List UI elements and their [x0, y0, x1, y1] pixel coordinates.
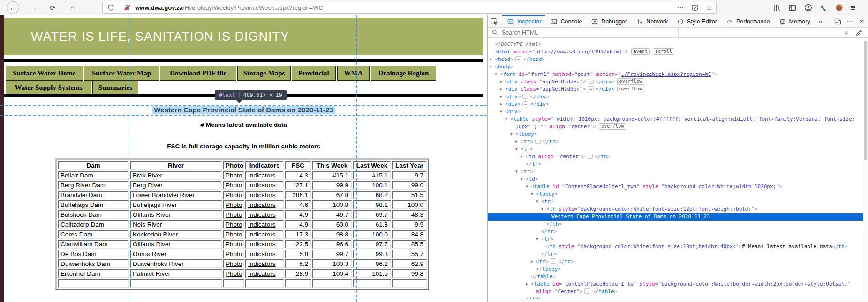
overflow-badge[interactable]: overflow — [617, 78, 644, 85]
markup-line[interactable]: </tr> — [488, 250, 863, 258]
overflow-badge[interactable]: overflow — [617, 86, 644, 92]
scrollbar-thumb[interactable] — [864, 41, 867, 160]
responsive-design-icon[interactable] — [831, 18, 844, 25]
markup-line[interactable]: ▶<head>…</head> — [488, 56, 863, 63]
markup-line[interactable]: ▼<td> — [488, 176, 863, 183]
collapsed-ellipsis-icon[interactable]: … — [588, 86, 594, 91]
photo-link[interactable]: Photo — [226, 250, 242, 258]
markup-line[interactable]: ▶<tr>…</tr> — [488, 138, 863, 146]
indicators-link[interactable]: Indicators — [248, 211, 276, 218]
twisty-icon[interactable]: ▶ — [490, 56, 495, 63]
photo-link[interactable]: Photo — [226, 221, 242, 228]
photo-link[interactable]: Photo — [223, 259, 244, 268]
markup-line[interactable]: ▶<div class="aspNetHidden">…</div>overfl… — [488, 78, 863, 86]
twisty-icon[interactable]: ▶ — [521, 153, 526, 161]
markup-line[interactable]: </th> — [488, 221, 863, 228]
indicators-link[interactable]: Indicators — [248, 260, 276, 267]
nav-water-supply-systems[interactable]: Water Supply Systems — [6, 81, 91, 95]
markup-line[interactable]: <!DOCTYPE html> — [488, 41, 863, 48]
scroll-badge[interactable]: scroll — [653, 48, 674, 55]
pocket-icon[interactable] — [691, 4, 699, 12]
indicators-link[interactable]: Indicators — [248, 192, 276, 199]
close-icon[interactable]: ✕ — [856, 18, 868, 25]
twisty-icon[interactable]: ▼ — [541, 206, 546, 213]
twisty-icon[interactable]: ▼ — [531, 191, 536, 198]
markup-line[interactable]: <html xmlns="http://www.w3.org/1999/xhtm… — [488, 48, 863, 56]
photo-link[interactable]: Photo — [223, 191, 244, 199]
tab-memory[interactable]: Memory — [774, 15, 815, 27]
markup-line[interactable]: ▼<tr> — [488, 168, 863, 176]
markup-line[interactable]: ▶<div>…</div> — [488, 101, 863, 108]
home-icon[interactable]: ⌂ — [66, 1, 79, 14]
forward-icon[interactable]: → — [27, 1, 39, 14]
markup-line[interactable]: ▼<div> — [488, 108, 863, 116]
markup-line-selected[interactable]: Western Cape Provincial State of Dams on… — [488, 213, 863, 221]
markup-line[interactable]: ▼<tr> — [488, 236, 863, 243]
markup-line[interactable]: align="Center">…</table> — [488, 288, 863, 295]
photo-link[interactable]: Photo — [226, 211, 242, 218]
markup-line[interactable]: </td> — [488, 295, 863, 299]
add-rule-icon[interactable]: + — [844, 29, 848, 37]
markup-line[interactable]: </tr> — [488, 161, 863, 168]
nav-download-pdf-file[interactable]: Download PDF file — [160, 66, 236, 81]
indicators-link[interactable]: Indicators — [245, 210, 284, 219]
indicators-link[interactable]: Indicators — [248, 201, 276, 208]
photo-link[interactable]: Photo — [223, 220, 244, 229]
url-host[interactable]: www.dwa.gov.za — [135, 4, 183, 11]
markup-line[interactable]: ▶<div>…</div> — [488, 93, 863, 101]
collapsed-ellipsis-icon[interactable]: … — [551, 258, 557, 264]
twisty-icon[interactable]: ▶ — [500, 101, 505, 108]
overflow-badge[interactable]: overflow — [599, 123, 626, 130]
markup-line[interactable]: </table> — [488, 273, 863, 280]
tab-performance[interactable]: Performance — [721, 15, 774, 27]
markup-line[interactable]: ▶<div class="aspNetHidden">…</div>overfl… — [488, 86, 863, 93]
photo-link[interactable]: Photo — [226, 192, 242, 199]
collapsed-ellipsis-icon[interactable]: … — [584, 288, 590, 294]
photo-link[interactable]: Photo — [223, 210, 244, 219]
menu-icon[interactable]: ≡ — [850, 3, 855, 13]
twisty-icon[interactable]: ▼ — [521, 176, 526, 183]
tab-inspector[interactable]: Inspector — [502, 15, 545, 27]
markup-line[interactable]: ▼<table id="ContentPlaceHolder1_twh" sty… — [488, 183, 863, 191]
twisty-icon[interactable]: ▼ — [505, 116, 510, 123]
collapsed-ellipsis-icon[interactable]: … — [522, 101, 528, 106]
indicators-link[interactable]: Indicators — [245, 250, 284, 258]
tab-console[interactable]: Console — [545, 15, 586, 27]
photo-link[interactable]: Photo — [223, 250, 244, 258]
twisty-icon[interactable]: ▼ — [510, 131, 515, 138]
url-path[interactable]: /Hydrology/Weekly/ProvinceWeek.aspx?regi… — [183, 4, 323, 11]
indicators-link[interactable]: Indicators — [248, 241, 276, 248]
tab-network[interactable]: Network — [631, 15, 672, 27]
collapsed-ellipsis-icon[interactable]: … — [587, 154, 593, 159]
collapsed-ellipsis-icon[interactable]: … — [522, 94, 528, 99]
twisty-icon[interactable]: ▼ — [526, 183, 531, 191]
twisty-icon[interactable]: ▶ — [526, 280, 531, 288]
collapsed-ellipsis-icon[interactable]: … — [535, 139, 541, 144]
indicators-link[interactable]: Indicators — [245, 259, 284, 268]
indicators-link[interactable]: Indicators — [248, 250, 276, 258]
photo-link[interactable]: Photo — [223, 181, 244, 190]
url-bar[interactable]: www.dwa.gov.za/Hydrology/Weekly/Province… — [102, 2, 717, 14]
photo-link[interactable]: Photo — [226, 201, 242, 208]
photo-link[interactable]: Photo — [226, 260, 242, 267]
markup-line[interactable]: <th style="background-color:White;font-s… — [488, 243, 863, 250]
twisty-icon[interactable]: ▶ — [500, 78, 505, 86]
collapsed-ellipsis-icon[interactable]: … — [588, 79, 594, 84]
sidebars-icon[interactable] — [788, 4, 797, 12]
tab-style-editor[interactable]: Style Editor — [672, 15, 721, 27]
markup-line[interactable]: ▼<tbody> — [488, 131, 863, 138]
indicators-link[interactable]: Indicators — [248, 172, 276, 179]
twisty-icon[interactable]: ▼ — [500, 108, 505, 116]
send-tab-extension-icon[interactable] — [819, 4, 828, 12]
page-actions-icon[interactable]: ⋯ — [678, 4, 684, 11]
markup-line[interactable]: ▶<tr>…</tr> — [488, 258, 863, 265]
photo-link[interactable]: Photo — [223, 171, 244, 180]
markup-line[interactable]: </tbody> — [488, 265, 863, 273]
twisty-icon[interactable]: ▼ — [515, 168, 521, 176]
nav-surface-water-home[interactable]: Surface Water Home — [6, 66, 83, 81]
indicators-link[interactable]: Indicators — [245, 181, 284, 190]
twisty-icon[interactable]: ▶ — [500, 86, 505, 93]
indicators-link[interactable]: Indicators — [245, 220, 284, 229]
markup-line[interactable]: </tr> — [488, 228, 863, 236]
cookie-extension-icon[interactable] — [835, 4, 843, 12]
